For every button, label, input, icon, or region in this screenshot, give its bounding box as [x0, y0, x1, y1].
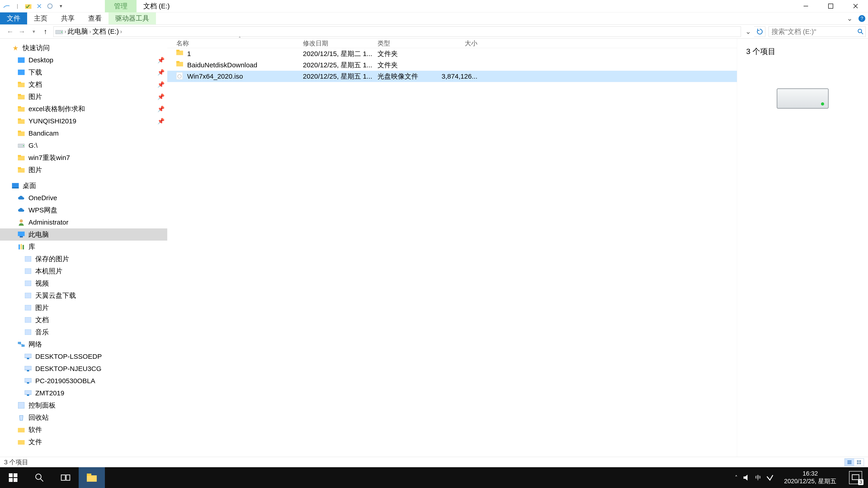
qat-dropdown-icon[interactable]: ▾: [57, 2, 65, 10]
taskbar-clock[interactable]: 16:32 2020/12/25, 星期五: [779, 470, 842, 485]
search-input[interactable]: [772, 28, 857, 35]
sidebar-library-item[interactable]: 音乐: [0, 326, 167, 338]
sidebar-desktop-item[interactable]: OneDrive: [0, 192, 167, 204]
sidebar-quick-item[interactable]: YUNQISHI2019 📌: [0, 115, 167, 127]
breadcrumb-this-pc[interactable]: 此电脑›: [68, 27, 91, 36]
pin-icon: 📌: [157, 105, 164, 112]
taskbar-search-button[interactable]: [26, 467, 53, 488]
view-mode-toggle[interactable]: [844, 458, 864, 466]
col-type[interactable]: 类型: [377, 39, 438, 48]
tray-overflow-icon[interactable]: ˄: [735, 475, 738, 481]
search-icon[interactable]: [857, 29, 864, 35]
sidebar-desktop-item[interactable]: 库: [0, 240, 167, 253]
taskbar-explorer-button[interactable]: [79, 467, 105, 488]
sidebar-item-label: 天翼云盘下载: [35, 291, 76, 300]
address-dropdown-icon[interactable]: ⌄: [744, 26, 753, 37]
sidebar-quick-item[interactable]: G:\: [0, 139, 167, 152]
tab-view[interactable]: 查看: [81, 12, 108, 24]
nav-history-dropdown[interactable]: ▾: [29, 26, 39, 37]
sidebar-control-panel[interactable]: 控制面板: [0, 399, 167, 412]
minimize-button[interactable]: [794, 0, 818, 12]
search-box[interactable]: [769, 26, 866, 37]
maximize-button[interactable]: [818, 0, 843, 12]
file-row[interactable]: 1 2020/12/15, 星期二 1... 文件夹: [167, 48, 737, 59]
address-bar[interactable]: › 此电脑› 文档 (E:)›: [53, 26, 741, 37]
col-size[interactable]: 大小: [438, 39, 479, 48]
ribbon-expand-icon[interactable]: ⌄: [844, 12, 856, 24]
sidebar-desktop-item[interactable]: Administrator: [0, 216, 167, 228]
start-button[interactable]: [0, 467, 26, 488]
icons-view-button[interactable]: [854, 459, 864, 466]
details-view-button[interactable]: [845, 459, 854, 466]
svg-rect-33: [18, 232, 25, 236]
columns-header[interactable]: ˄ 名称 修改日期 类型 大小: [167, 39, 737, 48]
sidebar-item-label: win7重装win7: [29, 153, 70, 162]
tab-file[interactable]: 文件: [0, 12, 27, 24]
sidebar-quick-item[interactable]: 文档 📌: [0, 78, 167, 91]
close-button[interactable]: [843, 0, 868, 12]
sidebar-network-item[interactable]: DESKTOP-LSSOEDP: [0, 350, 167, 363]
sidebar-network[interactable]: 网络: [0, 338, 167, 350]
files-area[interactable]: ˄ 名称 修改日期 类型 大小 1 2020/12/15, 星期二 1... 文…: [167, 39, 737, 457]
sidebar-desktop-item[interactable]: WPS网盘: [0, 204, 167, 216]
item-icon: [17, 154, 25, 162]
action-center-button[interactable]: 3: [849, 471, 862, 484]
sidebar-quick-item[interactable]: 图片: [0, 164, 167, 176]
star-icon: ★: [11, 44, 20, 52]
sidebar-quick-access[interactable]: ★ 快速访问: [0, 42, 167, 54]
settings-dropdown-icon[interactable]: [46, 2, 54, 10]
sidebar-network-item[interactable]: PC-20190530OBLA: [0, 375, 167, 387]
nav-back-button[interactable]: ←: [5, 26, 16, 37]
file-row[interactable]: Win7x64_2020.iso 2020/12/25, 星期五 1... 光盘…: [167, 71, 737, 82]
sidebar-quick-item[interactable]: 图片 📌: [0, 91, 167, 103]
control-panel-icon: [17, 401, 25, 410]
pin-icon: 📌: [157, 81, 164, 88]
tab-home[interactable]: 主页: [27, 12, 54, 24]
svg-point-10: [858, 29, 862, 33]
sidebar-software[interactable]: 软件: [0, 424, 167, 436]
system-tray[interactable]: ˄ 中 16:32 2020/12/25, 星期五 3: [735, 470, 868, 485]
task-view-button[interactable]: [53, 467, 79, 488]
taskbar[interactable]: ˄ 中 16:32 2020/12/25, 星期五 3: [0, 467, 868, 488]
tab-share[interactable]: 共享: [54, 12, 81, 24]
folder-check-icon[interactable]: [24, 2, 32, 10]
sidebar-quick-item[interactable]: excel表格制作求和 📌: [0, 103, 167, 115]
sidebar-recycle-bin[interactable]: 回收站: [0, 412, 167, 424]
ime-indicator[interactable]: 中: [755, 474, 761, 482]
sidebar-quick-item[interactable]: Bandicam: [0, 127, 167, 139]
sidebar-desktop[interactable]: 桌面: [0, 180, 167, 192]
col-date[interactable]: 修改日期: [303, 39, 377, 48]
sidebar-library-item[interactable]: 图片: [0, 302, 167, 314]
sidebar-item-label: OneDrive: [29, 194, 57, 202]
navigation-pane[interactable]: ★ 快速访问 Desktop 📌 下载 📌 文档 📌 图片 📌 excel表格制…: [0, 39, 167, 457]
sidebar-item-label: 视频: [35, 279, 49, 288]
col-name[interactable]: 名称: [176, 39, 189, 48]
refresh-button[interactable]: [754, 26, 765, 37]
svg-rect-23: [18, 131, 21, 132]
nav-up-button[interactable]: ↑: [40, 26, 51, 37]
sidebar-desktop-item[interactable]: 此电脑: [0, 228, 167, 240]
sidebar-quick-item[interactable]: Desktop 📌: [0, 54, 167, 66]
sidebar-library-item[interactable]: 视频: [0, 277, 167, 289]
help-icon[interactable]: ?: [856, 12, 868, 24]
sidebar-library-item[interactable]: 天翼云盘下载: [0, 289, 167, 302]
network-pc-icon: [24, 365, 32, 373]
sidebar-documents[interactable]: 文件: [0, 436, 167, 448]
chevron-right-icon[interactable]: ›: [64, 29, 66, 35]
tray-app-icon[interactable]: [766, 474, 774, 482]
sidebar-network-item[interactable]: ZMT2019: [0, 387, 167, 399]
sidebar-library-item[interactable]: 本机照片: [0, 265, 167, 277]
sidebar-item-label: 此电脑: [29, 230, 49, 239]
sidebar-library-item[interactable]: 文档: [0, 314, 167, 326]
recycle-icon: [17, 414, 25, 422]
sidebar-library-item[interactable]: 保存的图片: [0, 253, 167, 265]
sidebar-quick-item[interactable]: win7重装win7: [0, 152, 167, 164]
address-bar-row: ← → ▾ ↑ › 此电脑› 文档 (E:)› ⌄: [0, 25, 868, 39]
breadcrumb-drive[interactable]: 文档 (E:)›: [92, 27, 122, 36]
tab-drive-tools[interactable]: 驱动器工具: [108, 12, 156, 24]
sidebar-network-item[interactable]: DESKTOP-NJEU3CG: [0, 363, 167, 375]
sidebar-quick-item[interactable]: 下载 📌: [0, 66, 167, 78]
file-row[interactable]: BaiduNetdiskDownload 2020/12/25, 星期五 1..…: [167, 59, 737, 71]
volume-icon[interactable]: [743, 474, 750, 482]
folder-icon: [17, 426, 25, 434]
